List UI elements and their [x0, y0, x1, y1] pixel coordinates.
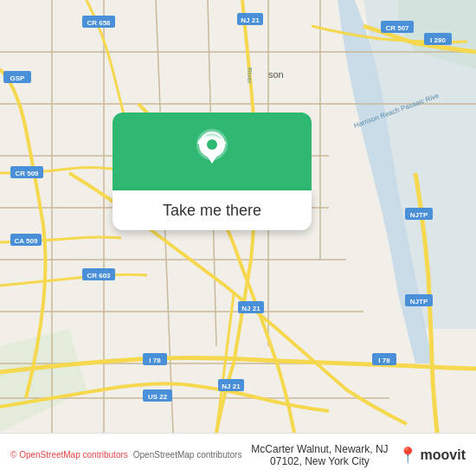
svg-text:GSP: GSP [10, 74, 26, 82]
moovit-logo: 📍 moovit [398, 446, 466, 465]
svg-text:NJ 21: NJ 21 [241, 305, 261, 312]
svg-text:CR 507: CR 507 [385, 24, 409, 32]
svg-text:NJTP: NJTP [410, 211, 428, 219]
moovit-text: moovit [421, 447, 466, 463]
moovit-pin-icon: 📍 [398, 446, 417, 465]
svg-point-56 [207, 139, 217, 150]
map-container: GSP CR 658 NJ 21 I 280 CR 509 CR 508 CR … [0, 0, 476, 433]
svg-text:CA 509: CA 509 [15, 237, 38, 245]
svg-text:I 78: I 78 [378, 357, 390, 364]
button-overlay: Take me there [113, 113, 312, 230]
location-pin-icon [190, 125, 234, 177]
svg-text:I 78: I 78 [149, 357, 161, 364]
svg-text:CR 603: CR 603 [87, 272, 111, 280]
svg-text:CR 509: CR 509 [15, 170, 39, 177]
svg-text:US 22: US 22 [148, 393, 168, 401]
svg-text:NJ 21: NJ 21 [241, 16, 260, 24]
svg-text:son: son [268, 69, 284, 80]
svg-text:NJ 21: NJ 21 [222, 383, 241, 390]
svg-text:River: River [246, 68, 254, 84]
svg-text:I 280: I 280 [430, 36, 446, 44]
address-text: McCarter Walnut, Newark, NJ 07102, New Y… [248, 443, 390, 467]
bottom-bar: © OpenStreetMap contributors OpenStreetM… [0, 433, 476, 476]
svg-text:NJTP: NJTP [410, 298, 428, 306]
copyright-text: © OpenStreetMap contributors [10, 450, 128, 460]
svg-text:CR 658: CR 658 [87, 19, 111, 27]
osm-contributors: OpenStreetMap contributors [133, 450, 242, 460]
location-pin-area [113, 113, 312, 190]
take-me-there-button[interactable]: Take me there [113, 190, 312, 230]
